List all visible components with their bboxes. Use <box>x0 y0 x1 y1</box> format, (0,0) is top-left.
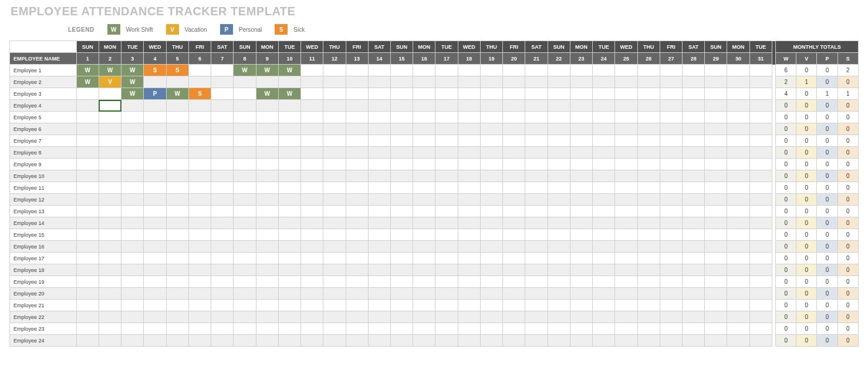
day-cell[interactable] <box>660 323 682 335</box>
day-cell[interactable] <box>660 241 682 253</box>
day-cell[interactable] <box>503 100 525 112</box>
day-cell[interactable] <box>346 241 368 253</box>
employee-name-cell[interactable]: Employee 2 <box>10 76 77 88</box>
day-cell[interactable] <box>593 65 615 76</box>
day-cell[interactable] <box>637 229 660 241</box>
day-cell[interactable] <box>705 206 727 217</box>
day-cell[interactable] <box>435 112 458 123</box>
day-cell[interactable] <box>683 182 705 194</box>
day-cell[interactable] <box>637 288 660 300</box>
day-cell[interactable] <box>346 88 368 100</box>
day-cell[interactable] <box>301 88 323 100</box>
day-cell[interactable] <box>503 170 525 182</box>
day-cell[interactable] <box>683 241 705 253</box>
day-cell[interactable] <box>166 264 188 276</box>
day-cell[interactable] <box>188 170 211 182</box>
day-cell[interactable] <box>188 147 211 159</box>
day-cell[interactable] <box>413 147 435 159</box>
day-cell[interactable] <box>99 135 121 147</box>
day-cell[interactable] <box>637 182 660 194</box>
day-cell[interactable] <box>727 182 749 194</box>
day-cell[interactable] <box>234 147 256 159</box>
day-cell[interactable] <box>570 147 592 159</box>
day-cell[interactable] <box>593 217 615 229</box>
day-cell[interactable] <box>727 300 749 311</box>
day-cell[interactable] <box>99 323 121 335</box>
day-cell[interactable] <box>458 335 480 347</box>
day-cell[interactable] <box>323 159 346 170</box>
day-cell[interactable] <box>390 311 413 323</box>
day-cell[interactable] <box>278 112 300 123</box>
day-cell[interactable] <box>256 229 278 241</box>
day-cell[interactable] <box>637 194 660 206</box>
day-cell[interactable] <box>368 311 390 323</box>
day-cell[interactable] <box>368 159 390 170</box>
day-cell[interactable] <box>278 194 300 206</box>
day-cell[interactable] <box>166 241 188 253</box>
day-cell[interactable] <box>525 135 548 147</box>
day-cell[interactable] <box>683 88 705 100</box>
day-cell[interactable] <box>480 241 502 253</box>
day-cell[interactable] <box>637 65 660 76</box>
day-cell[interactable] <box>749 276 772 288</box>
day-cell[interactable] <box>121 123 144 135</box>
day-cell[interactable] <box>593 194 615 206</box>
day-cell[interactable] <box>503 182 525 194</box>
day-cell[interactable] <box>548 206 570 217</box>
day-cell[interactable] <box>390 88 413 100</box>
day-cell[interactable] <box>525 88 548 100</box>
day-cell[interactable] <box>435 159 458 170</box>
day-cell[interactable] <box>637 159 660 170</box>
day-cell[interactable] <box>390 182 413 194</box>
day-cell[interactable] <box>390 264 413 276</box>
day-cell[interactable] <box>458 159 480 170</box>
day-cell[interactable] <box>480 194 502 206</box>
day-cell[interactable] <box>637 276 660 288</box>
day-cell[interactable] <box>144 264 166 276</box>
day-cell[interactable] <box>570 135 592 147</box>
day-cell[interactable] <box>593 288 615 300</box>
day-cell[interactable] <box>346 182 368 194</box>
day-cell[interactable] <box>166 288 188 300</box>
day-cell[interactable] <box>660 182 682 194</box>
day-cell[interactable] <box>390 76 413 88</box>
day-cell[interactable] <box>144 170 166 182</box>
day-cell[interactable] <box>749 217 772 229</box>
day-cell[interactable] <box>390 276 413 288</box>
day-cell[interactable] <box>727 253 749 264</box>
day-cell[interactable] <box>211 100 234 112</box>
day-cell[interactable] <box>749 300 772 311</box>
employee-name-cell[interactable]: Employee 12 <box>10 194 77 206</box>
day-cell[interactable] <box>99 311 121 323</box>
day-cell[interactable] <box>570 288 592 300</box>
day-cell[interactable] <box>683 253 705 264</box>
day-cell[interactable] <box>435 135 458 147</box>
day-cell[interactable] <box>727 335 749 347</box>
day-cell[interactable] <box>683 100 705 112</box>
day-cell[interactable] <box>256 112 278 123</box>
day-cell[interactable] <box>211 170 234 182</box>
day-cell[interactable] <box>637 241 660 253</box>
day-cell[interactable] <box>458 300 480 311</box>
day-cell[interactable] <box>637 112 660 123</box>
day-cell[interactable] <box>211 241 234 253</box>
day-cell[interactable] <box>749 88 772 100</box>
day-cell[interactable] <box>211 335 234 347</box>
day-cell[interactable] <box>749 112 772 123</box>
day-cell[interactable] <box>525 241 548 253</box>
day-cell[interactable] <box>615 135 637 147</box>
day-cell[interactable] <box>637 170 660 182</box>
employee-name-cell[interactable]: Employee 17 <box>10 253 77 264</box>
day-cell[interactable] <box>346 112 368 123</box>
day-cell[interactable] <box>458 170 480 182</box>
day-cell[interactable] <box>99 335 121 347</box>
day-cell[interactable] <box>346 123 368 135</box>
day-cell[interactable] <box>121 170 144 182</box>
day-cell[interactable] <box>166 276 188 288</box>
day-cell[interactable] <box>570 229 592 241</box>
day-cell[interactable] <box>346 194 368 206</box>
employee-name-cell[interactable]: Employee 8 <box>10 147 77 159</box>
day-cell[interactable]: S <box>188 88 211 100</box>
day-cell[interactable] <box>503 311 525 323</box>
day-cell[interactable] <box>525 335 548 347</box>
